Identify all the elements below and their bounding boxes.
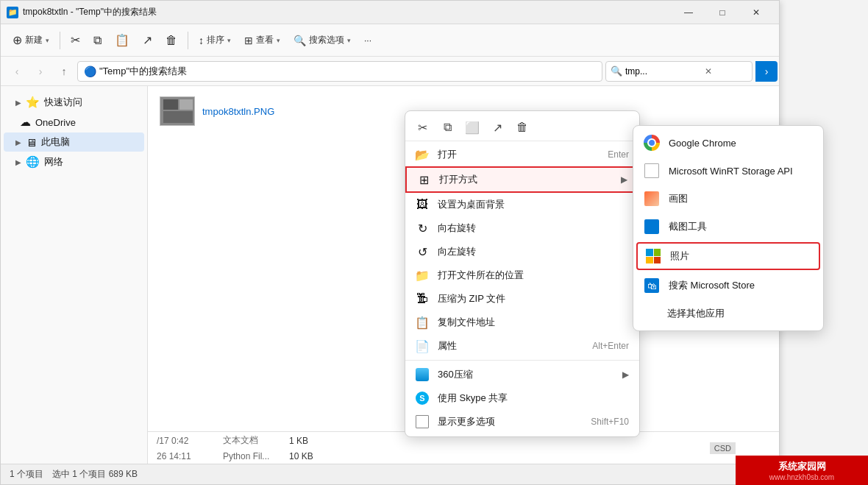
ctx-delete-button[interactable]: 🗑 [511, 117, 533, 138]
ctx-skype-label: 使用 Skype 共享 [438, 392, 629, 405]
ctx-360-arrow: ▶ [622, 369, 629, 380]
360-icon [416, 368, 429, 381]
ctx-more-options-item[interactable]: 显示更多选项 Shift+F10 [405, 410, 639, 433]
ctx-open-location-label: 打开文件所在的位置 [438, 269, 629, 282]
ctx-compress-zip-item[interactable]: 🗜 压缩为 ZIP 文件 [405, 287, 639, 311]
photos-icon [645, 248, 661, 264]
window-icon: 📁 [7, 7, 18, 18]
search-input[interactable] [625, 66, 699, 77]
ctx-properties-shortcut: Alt+Enter [592, 341, 629, 351]
submenu-paint-item[interactable]: 画图 [633, 185, 823, 213]
share-button[interactable]: ↗ [137, 29, 158, 51]
ctx-wallpaper-label: 设置为桌面背景 [438, 198, 629, 211]
close-button[interactable]: ✕ [739, 1, 773, 24]
ctx-share-button[interactable]: ↗ [486, 117, 508, 138]
sidebar-item-quick-access[interactable]: ▶ ⭐ 快速访问 [4, 93, 144, 112]
paste-button[interactable]: 📋 [109, 29, 135, 51]
ctx-more-options-label: 显示更多选项 [438, 415, 582, 428]
cut-button[interactable]: ✂ [65, 29, 86, 51]
ctx-open-location-item[interactable]: 📁 打开文件所在的位置 [405, 263, 639, 287]
address-row: ‹ › ↑ 🔵 "Temp"中的搜索结果 🔍 ✕ › [1, 57, 779, 86]
sidebar-item-this-pc[interactable]: ▶ 🖥 此电脑 [4, 132, 144, 152]
star-icon: ⭐ [26, 96, 40, 109]
toolbar-divider-1 [60, 32, 60, 49]
snip-icon [644, 219, 660, 235]
ctx-360-item[interactable]: 360压缩 ▶ [405, 363, 639, 386]
rotate-left-icon: ↺ [416, 245, 429, 258]
sidebar-label-quick-access: 快速访问 [44, 96, 82, 109]
ctx-skype-item[interactable]: S 使用 Skype 共享 [405, 386, 639, 410]
forward-button[interactable]: › [30, 61, 51, 82]
ctx-rotate-left-label: 向左旋转 [438, 245, 629, 258]
search-icon: 🔍 [294, 35, 306, 46]
ctx-rotate-right-item[interactable]: ↻ 向右旋转 [405, 216, 639, 240]
ctx-separator-1 [405, 360, 639, 361]
submenu-snip-item[interactable]: 截图工具 [633, 213, 823, 241]
ctx-set-wallpaper-item[interactable]: 🖼 设置为桌面背景 [405, 193, 639, 216]
ctx-paste-button[interactable]: ⬜ [461, 117, 483, 138]
svg-rect-2 [179, 99, 193, 110]
toolbar-divider-2 [188, 32, 188, 49]
ctx-360-label: 360压缩 [438, 368, 613, 381]
window-controls: — □ ✕ [672, 1, 773, 24]
watermark-text: 系统家园网 [778, 460, 826, 473]
wallpaper-icon: 🖼 [416, 198, 429, 211]
up-button[interactable]: ↑ [54, 61, 74, 82]
view-icon: ⊞ [244, 35, 253, 46]
ctx-open-with-item[interactable]: ⊞ 打开方式 ▶ [405, 166, 639, 193]
ctx-cut-button[interactable]: ✂ [411, 117, 433, 138]
ctx-copy-path-item[interactable]: 📋 复制文件地址 [405, 311, 639, 334]
view-button[interactable]: ⊞ 查看 ▾ [238, 30, 286, 50]
minimize-button[interactable]: — [672, 1, 705, 24]
ctx-properties-item[interactable]: 📄 属性 Alt+Enter [405, 334, 639, 358]
submenu-chrome-item[interactable]: Google Chrome [633, 129, 823, 157]
ctx-copy-button[interactable]: ⧉ [436, 117, 458, 138]
submenu-chrome-label: Google Chrome [669, 138, 736, 149]
search-glass-icon: 🔍 [611, 66, 622, 77]
item-count: 1 个项目 [10, 468, 43, 481]
ctx-open-item[interactable]: 📂 打开 Enter [405, 143, 639, 166]
ctx-more-options-shortcut: Shift+F10 [591, 417, 629, 427]
address-bar[interactable]: 🔵 "Temp"中的搜索结果 [77, 61, 602, 82]
properties-icon: 📄 [416, 339, 429, 353]
search-clear-button[interactable]: ✕ [702, 65, 715, 78]
more-options-button[interactable]: ··· [358, 32, 377, 49]
ctx-compress-label: 压缩为 ZIP 文件 [438, 292, 629, 305]
submenu-msrt-item[interactable]: Microsoft WinRT Storage API [633, 157, 823, 185]
context-menu-toolbar: ✂ ⧉ ⬜ ↗ 🗑 [405, 114, 639, 141]
rotate-right-icon: ↻ [416, 222, 429, 235]
folder-icon: 🔵 [84, 66, 96, 77]
file-thumbnail [160, 96, 195, 126]
submenu-choose-label: 选择其他应用 [667, 307, 725, 320]
open-icon: 📂 [416, 148, 429, 161]
search-go-button[interactable]: › [755, 61, 778, 82]
submenu-store-item[interactable]: 🛍 搜索 Microsoft Store [633, 272, 823, 300]
copy-button[interactable]: ⧉ [88, 30, 107, 51]
search-box: 🔍 ✕ [605, 61, 753, 82]
submenu-choose-app-item[interactable]: 选择其他应用 [633, 300, 823, 328]
ctx-open-label: 打开 [438, 148, 599, 161]
more-options-icon [416, 415, 429, 428]
new-button[interactable]: ⊕ 新建 ▾ [7, 29, 55, 51]
sidebar-label-network: 网络 [44, 155, 63, 169]
expand-arrow-quick-access: ▶ [15, 99, 21, 107]
computer-icon: 🖥 [26, 136, 37, 149]
address-path: "Temp"中的搜索结果 [99, 65, 187, 78]
ctx-open-with-arrow: ▶ [621, 174, 627, 185]
open-with-submenu: Google Chrome Microsoft WinRT Storage AP… [633, 125, 824, 331]
svg-rect-1 [163, 99, 178, 110]
ctx-rotate-left-item[interactable]: ↺ 向左旋转 [405, 240, 639, 263]
sort-button[interactable]: ↕ 排序 ▾ [193, 30, 237, 50]
chrome-icon [644, 135, 660, 151]
maximize-button[interactable]: □ [705, 1, 739, 24]
sidebar-item-onedrive[interactable]: ☁ OneDrive [4, 113, 144, 132]
ctx-copy-path-label: 复制文件地址 [438, 316, 629, 329]
back-button[interactable]: ‹ [7, 61, 27, 82]
compress-icon: 🗜 [416, 292, 429, 305]
submenu-photos-item[interactable]: 照片 [636, 242, 820, 270]
submenu-photos-label: 照片 [670, 249, 689, 263]
expand-arrow-this-pc: ▶ [15, 138, 21, 146]
delete-button[interactable]: 🗑 [160, 30, 183, 51]
sidebar-item-network[interactable]: ▶ 🌐 网络 [4, 152, 144, 171]
search-options-button[interactable]: 🔍 搜索选项 ▾ [288, 30, 357, 50]
